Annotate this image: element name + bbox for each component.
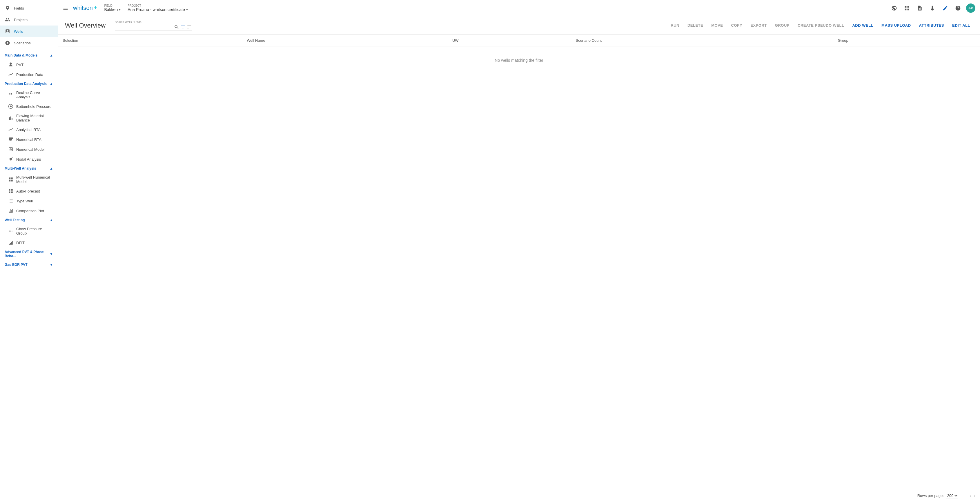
projects-icon (5, 17, 10, 22)
sidebar-item-wells[interactable]: Wells (0, 25, 58, 37)
sidebar-item-numerical-model[interactable]: Numerical Model (0, 145, 58, 154)
sidebar-item-scenarios[interactable]: Scenarios (0, 37, 58, 49)
chevron-down-icon-2: ▼ (49, 263, 53, 267)
content-header: Well Overview Search Wells / UWIs (58, 16, 980, 35)
sidebar-item-auto-forecast[interactable]: Auto-Forecast (0, 186, 58, 196)
table-area: Selection Well Name UWI Scenario Count G… (58, 35, 980, 490)
comparison-plot-icon (8, 208, 13, 213)
pvt-icon (8, 62, 13, 67)
help-icon-button[interactable] (953, 3, 963, 13)
section-label-advanced-pvt: Advanced PVT & Phase Beha... (5, 250, 49, 258)
dfit-icon (8, 240, 13, 245)
main-content: whitson+ Field Bakken ▾ Project Ana Proa… (58, 0, 980, 501)
sidebar-item-dfit[interactable]: DFIT (0, 238, 58, 248)
multi-numerical-icon (8, 177, 13, 182)
project-value-wrapper[interactable]: Ana Proano - whitson certificate ▾ (127, 7, 188, 12)
edit-icon-button[interactable] (940, 3, 950, 13)
sidebar-item-numerical-model-label: Numerical Model (16, 147, 45, 152)
move-button[interactable]: MOVE (708, 21, 726, 29)
rows-per-page-select[interactable]: 200 100 50 (946, 493, 958, 498)
document-icon-button[interactable] (915, 3, 924, 13)
export-button[interactable]: EXPORT (748, 21, 770, 29)
chevron-up-icon-3: ▲ (49, 166, 53, 170)
field-value-wrapper[interactable]: Bakken ▾ (104, 7, 121, 12)
search-label: Search Wells / UWIs (115, 21, 192, 24)
sidebar-item-decline-curve[interactable]: Decline Curve Analysis (0, 88, 58, 102)
sidebar-item-analytical-rta[interactable]: Analytical RTA (0, 125, 58, 135)
sidebar: Fields Projects Wells (0, 0, 58, 501)
section-header-main-data[interactable]: Main Data & Models ▲ (0, 51, 58, 60)
field-selector[interactable]: Field Bakken ▾ (104, 4, 121, 12)
next-page-button[interactable]: › (974, 493, 975, 499)
sidebar-item-fields[interactable]: Fields (0, 2, 58, 14)
pagination-nav: ‹ › (970, 493, 975, 499)
sidebar-item-multi-numerical[interactable]: Multi-well Numerical Model (0, 173, 58, 186)
section-header-advanced-pvt[interactable]: Advanced PVT & Phase Beha... ▼ (0, 248, 58, 260)
sidebar-item-decline-curve-label: Decline Curve Analysis (16, 91, 53, 99)
globe-icon-button[interactable] (889, 3, 899, 13)
sidebar-item-production-data-label: Production Data (16, 73, 43, 77)
flowing-material-icon (8, 115, 13, 121)
scenarios-icon (5, 40, 10, 46)
section-header-prod-analysis[interactable]: Production Data Analysis ▲ (0, 80, 58, 88)
sidebar-item-multi-numerical-label: Multi-well Numerical Model (16, 175, 53, 184)
section-header-multi-well[interactable]: Multi-Well Analysis ▲ (0, 164, 58, 173)
attributes-button[interactable]: ATTRIBUTES (916, 21, 947, 29)
sidebar-item-analytical-rta-label: Analytical RTA (16, 127, 41, 132)
project-selector[interactable]: Project Ana Proano - whitson certificate… (127, 4, 188, 12)
production-data-icon (8, 72, 13, 77)
run-button[interactable]: RUN (668, 21, 682, 29)
sidebar-item-flowing-material[interactable]: Flowing Material Balance (0, 111, 58, 125)
sidebar-item-type-well[interactable]: Type Well (0, 196, 58, 206)
sidebar-item-dfit-label: DFIT (16, 241, 25, 245)
sidebar-item-numerical-rta[interactable]: Numerical RTA (0, 135, 58, 145)
wells-icon (5, 29, 10, 34)
chevron-up-icon-2: ▲ (49, 82, 53, 86)
sidebar-item-numerical-rta-label: Numerical RTA (16, 137, 41, 142)
sort-icon[interactable] (187, 24, 192, 30)
nodal-analysis-icon (8, 157, 13, 162)
rows-per-page-label: Rows per page: (917, 493, 944, 498)
sidebar-item-flowing-material-label: Flowing Material Balance (16, 114, 53, 122)
col-uwi: UWI (448, 35, 571, 46)
svg-point-3 (10, 231, 11, 232)
sidebar-item-bottomhole[interactable]: Bottomhole Pressure (0, 102, 58, 111)
sidebar-item-comparison-plot[interactable]: Comparison Plot (0, 206, 58, 216)
sidebar-item-nodal-analysis[interactable]: Nodal Analysis (0, 154, 58, 164)
field-chevron-icon: ▾ (119, 8, 121, 11)
topbar-right: AP (889, 3, 975, 13)
analytical-rta-icon (8, 127, 13, 132)
bottomhole-icon (8, 104, 13, 109)
temperature-icon-button[interactable] (928, 3, 937, 13)
add-well-button[interactable]: ADD WELL (849, 21, 876, 29)
table-footer: Rows per page: 200 100 50 – ‹ › (58, 490, 980, 501)
sidebar-item-pvt[interactable]: PVT (0, 60, 58, 70)
hamburger-button[interactable] (63, 5, 68, 11)
user-avatar[interactable]: AP (966, 3, 975, 13)
mass-upload-button[interactable]: MASS UPLOAD (878, 21, 914, 29)
prev-page-button[interactable]: ‹ (970, 493, 971, 499)
field-project-selector: Field Bakken ▾ Project Ana Proano - whit… (104, 4, 188, 12)
field-label: Field (104, 4, 121, 7)
rows-per-page-control: Rows per page: 200 100 50 (917, 493, 958, 498)
search-input[interactable] (115, 25, 173, 29)
sidebar-item-fields-label: Fields (14, 6, 24, 10)
section-header-well-testing[interactable]: Well Testing ▲ (0, 216, 58, 224)
section-header-gas-eor[interactable]: Gas EOR PVT ▼ (0, 260, 58, 269)
copy-button[interactable]: COPY (728, 21, 745, 29)
edit-all-button[interactable]: EDIT ALL (949, 21, 973, 29)
sidebar-item-chow-pressure[interactable]: Chow Pressure Group (0, 224, 58, 238)
section-label-main-data: Main Data & Models (5, 53, 37, 57)
chevron-up-icon-4: ▲ (49, 218, 53, 222)
group-button[interactable]: GROUP (772, 21, 792, 29)
section-label-well-testing: Well Testing (5, 218, 25, 222)
delete-button[interactable]: DELETE (684, 21, 706, 29)
sidebar-item-bottomhole-label: Bottomhole Pressure (16, 104, 51, 109)
sidebar-item-projects[interactable]: Projects (0, 14, 58, 25)
create-pseudo-well-button[interactable]: CREATE PSEUDO WELL (795, 21, 847, 29)
sidebar-item-production-data[interactable]: Production Data (0, 70, 58, 80)
grid-icon-button[interactable] (902, 3, 912, 13)
search-icon[interactable] (174, 24, 179, 30)
fields-icon (5, 5, 10, 11)
filter-icon[interactable] (180, 24, 186, 30)
